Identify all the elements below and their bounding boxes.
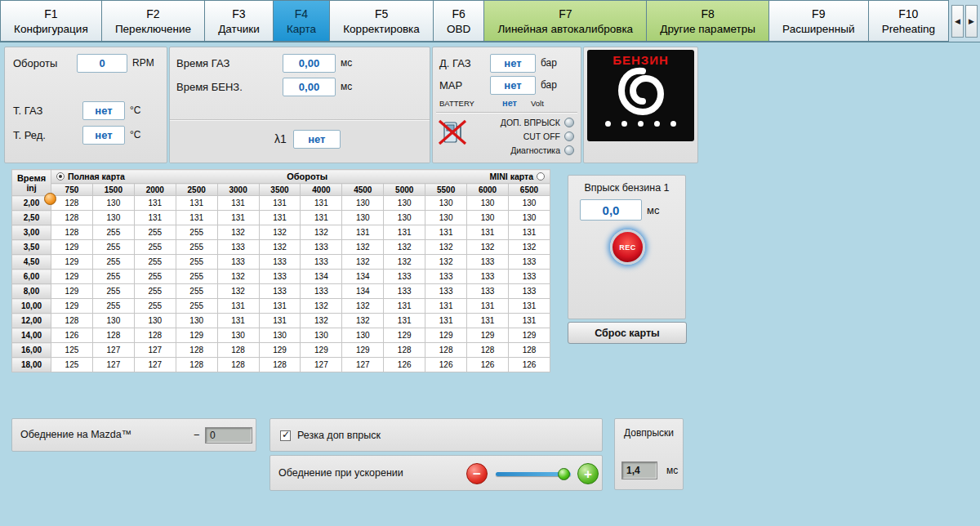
map-cell[interactable]: 131 (259, 314, 301, 328)
map-cell[interactable]: 129 (467, 328, 509, 343)
map-cell[interactable]: 127 (301, 358, 342, 372)
map-cell[interactable]: 131 (384, 299, 425, 314)
map-cell[interactable]: 128 (134, 328, 176, 343)
tab-f9[interactable]: F9Расширенный (768, 0, 869, 42)
map-cell[interactable]: 130 (508, 211, 550, 225)
map-cell[interactable]: 128 (259, 358, 301, 372)
map-cell[interactable]: 132 (384, 255, 425, 270)
map-cell[interactable]: 132 (301, 299, 342, 314)
map-cell[interactable]: 131 (467, 225, 509, 240)
map-cell[interactable]: 255 (176, 299, 217, 314)
map-cell[interactable]: 131 (301, 211, 342, 225)
map-cell[interactable]: 132 (342, 299, 384, 314)
map-row-slider-handle[interactable] (44, 193, 56, 205)
map-cell[interactable]: 130 (176, 314, 217, 328)
map-cell[interactable]: 130 (217, 328, 259, 343)
tab-scroll-left-button[interactable]: ◀ (951, 5, 964, 38)
map-cell[interactable]: 130 (301, 328, 342, 343)
map-cell[interactable]: 132 (342, 255, 384, 270)
map-cell[interactable]: 129 (342, 343, 384, 358)
map-cell[interactable]: 132 (425, 255, 467, 270)
map-cell[interactable]: 131 (301, 196, 342, 211)
map-cell[interactable]: 131 (134, 211, 176, 225)
map-cell[interactable]: 131 (217, 314, 259, 328)
map-cell[interactable]: 129 (51, 240, 93, 255)
map-cell[interactable]: 130 (134, 314, 176, 328)
map-cell[interactable]: 127 (134, 343, 176, 358)
map-cell[interactable]: 130 (92, 196, 134, 211)
map-cell[interactable]: 131 (508, 299, 550, 314)
map-cell[interactable]: 131 (467, 299, 509, 314)
map-cell[interactable]: 133 (259, 284, 301, 299)
map-cell[interactable]: 132 (342, 240, 384, 255)
map-cell[interactable]: 255 (92, 225, 134, 240)
map-cell[interactable]: 134 (342, 270, 384, 284)
map-cell[interactable]: 127 (92, 358, 134, 372)
map-cell[interactable]: 132 (301, 225, 342, 240)
map-cell[interactable]: 255 (134, 299, 176, 314)
map-cell[interactable]: 129 (51, 270, 93, 284)
map-cell[interactable]: 129 (425, 328, 467, 343)
map-cell[interactable]: 130 (384, 211, 425, 225)
map-cell[interactable]: 129 (508, 328, 550, 343)
map-cell[interactable]: 133 (217, 255, 259, 270)
map-cell[interactable]: 125 (51, 358, 93, 372)
tab-f7[interactable]: F7Линейная автокалибровка (483, 0, 647, 42)
map-cell[interactable]: 132 (508, 240, 550, 255)
map-cell[interactable]: 132 (301, 314, 342, 328)
map-cell[interactable]: 129 (176, 328, 217, 343)
tab-f10[interactable]: F10Preheating (868, 0, 950, 42)
map-cell[interactable]: 133 (259, 270, 301, 284)
map-cell[interactable]: 129 (259, 343, 301, 358)
map-cell[interactable]: 130 (92, 314, 134, 328)
map-cell[interactable]: 131 (384, 314, 425, 328)
map-cell[interactable]: 128 (51, 196, 93, 211)
map-cell[interactable]: 255 (134, 240, 176, 255)
cut-extra-injection-checkbox[interactable]: ✓ (280, 430, 291, 441)
map-cell[interactable]: 131 (384, 225, 425, 240)
map-cell[interactable]: 132 (217, 270, 259, 284)
map-cell[interactable]: 127 (92, 343, 134, 358)
map-cell[interactable]: 133 (425, 284, 467, 299)
map-cell[interactable]: 126 (384, 358, 425, 372)
decrease-button[interactable]: − (466, 463, 488, 484)
map-cell[interactable]: 131 (425, 225, 467, 240)
map-cell[interactable]: 255 (134, 270, 176, 284)
map-cell[interactable]: 133 (467, 270, 509, 284)
map-cell[interactable]: 131 (176, 196, 217, 211)
map-cell[interactable]: 132 (259, 225, 301, 240)
map-cell[interactable]: 130 (467, 196, 509, 211)
map-cell[interactable]: 255 (92, 270, 134, 284)
map-cell[interactable]: 131 (217, 299, 259, 314)
map-cell[interactable]: 255 (176, 255, 217, 270)
map-cell[interactable]: 129 (51, 284, 93, 299)
map-cell[interactable]: 128 (217, 343, 259, 358)
map-cell[interactable]: 128 (384, 343, 425, 358)
tab-f6[interactable]: F6OBD (433, 0, 484, 42)
map-cell[interactable]: 132 (217, 284, 259, 299)
map-cell[interactable]: 127 (342, 358, 384, 372)
map-cell[interactable]: 125 (51, 343, 93, 358)
fuel-mode-display[interactable]: БЕНЗИН (587, 50, 694, 141)
map-cell[interactable]: 131 (425, 299, 467, 314)
map-cell[interactable]: 255 (92, 299, 134, 314)
map-cell[interactable]: 133 (467, 255, 509, 270)
map-cell[interactable]: 128 (176, 358, 217, 372)
tab-f4[interactable]: F4Карта (273, 0, 330, 42)
map-cell[interactable]: 128 (217, 358, 259, 372)
increase-button[interactable]: + (577, 463, 599, 484)
map-cell[interactable]: 131 (217, 211, 259, 225)
map-cell[interactable]: 130 (508, 196, 550, 211)
map-cell[interactable]: 129 (51, 299, 93, 314)
map-cell[interactable]: 131 (176, 211, 217, 225)
map-cell[interactable]: 129 (51, 255, 93, 270)
map-cell[interactable]: 255 (134, 284, 176, 299)
map-cell[interactable]: 131 (467, 314, 509, 328)
map-cell[interactable]: 130 (384, 196, 425, 211)
map-cell[interactable]: 134 (301, 270, 342, 284)
map-cell[interactable]: 133 (508, 270, 550, 284)
map-cell[interactable]: 131 (217, 196, 259, 211)
map-cell[interactable]: 130 (92, 211, 134, 225)
map-cell[interactable]: 255 (134, 255, 176, 270)
map-cell[interactable]: 131 (259, 299, 301, 314)
